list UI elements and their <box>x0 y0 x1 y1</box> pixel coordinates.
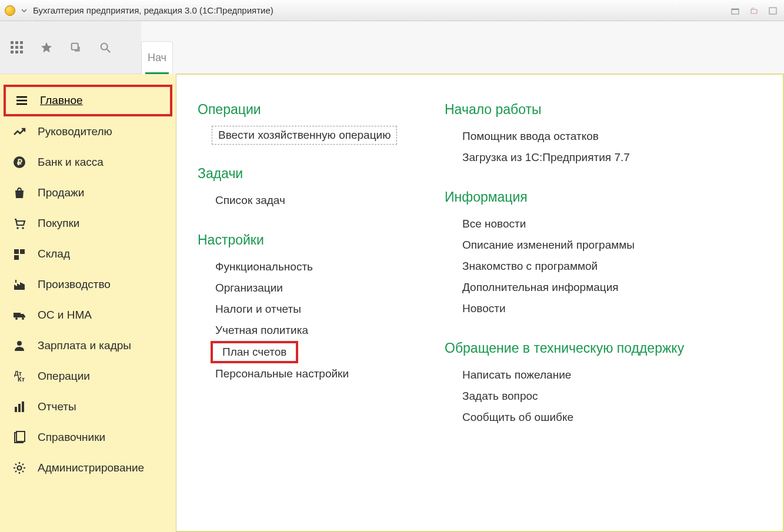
section-tasks: Задачи <box>198 166 409 182</box>
chart-line-icon <box>12 124 27 139</box>
section-operations: Операции <box>198 102 409 118</box>
svg-point-19 <box>15 317 18 320</box>
sidebar-item-label: Продажи <box>38 186 84 199</box>
svg-point-12 <box>16 227 19 229</box>
svg-rect-16 <box>14 255 19 260</box>
sidebar-item-label: Отчеты <box>38 400 76 413</box>
sidebar-item-label: Операции <box>38 370 90 383</box>
factory-icon <box>12 277 27 292</box>
link-enter-operation[interactable]: Ввести хозяйственную операцию <box>198 126 409 145</box>
sidebar-item-label: Руководителю <box>38 125 112 138</box>
gear-icon <box>12 460 27 476</box>
section-support: Обращение в техническую поддержку <box>445 340 684 356</box>
sidebar-item-main[interactable]: Главное <box>6 87 170 114</box>
link-personal-settings[interactable]: Персональные настройки <box>198 363 409 384</box>
sidebar-item-label: Зарплата и кадры <box>38 339 131 352</box>
tab-bar: Нач <box>141 21 784 74</box>
svg-point-13 <box>22 227 24 229</box>
link-report-bug[interactable]: Сообщить об ошибке <box>445 407 684 428</box>
sidebar-item-warehouse[interactable]: Склад <box>0 239 176 269</box>
search-icon[interactable] <box>99 41 112 54</box>
window-button-3[interactable] <box>766 4 779 17</box>
link-balance-assistant[interactable]: Помощник ввода остатков <box>445 126 684 147</box>
link-ask-question[interactable]: Задать вопрос <box>445 386 684 407</box>
window-button-1[interactable] <box>729 4 742 17</box>
sidebar-item-reference[interactable]: Справочники <box>0 422 176 453</box>
tab-home[interactable]: Нач <box>141 41 173 74</box>
svg-rect-26 <box>16 431 25 441</box>
bag-icon <box>12 185 27 200</box>
svg-point-21 <box>17 341 22 346</box>
link-write-wish[interactable]: Написать пожелание <box>445 364 684 386</box>
sidebar-item-bank[interactable]: ₽ Банк и касса <box>0 147 176 178</box>
star-icon[interactable] <box>40 41 53 54</box>
link-task-list[interactable]: Список задач <box>198 190 409 211</box>
sidebar-item-label: Покупки <box>38 217 79 230</box>
sidebar-item-admin[interactable]: Администрирование <box>0 453 176 483</box>
sidebar-item-label: Главное <box>40 94 83 107</box>
svg-rect-24 <box>22 401 24 412</box>
svg-point-20 <box>22 317 24 320</box>
sidebar-item-assets[interactable]: ОС и НМА <box>0 300 176 330</box>
section-information: Информация <box>445 189 684 205</box>
person-icon <box>12 338 27 353</box>
svg-point-5 <box>101 43 108 49</box>
link-all-news[interactable]: Все новости <box>445 213 684 235</box>
sidebar-item-label: Справочники <box>38 431 105 444</box>
app-logo-icon <box>5 5 15 16</box>
svg-text:₽: ₽ <box>17 158 22 167</box>
link-news[interactable]: Новости <box>445 298 684 319</box>
link-changelog[interactable]: Описание изменений программы <box>445 235 684 256</box>
ruble-icon: ₽ <box>12 155 27 170</box>
svg-rect-22 <box>15 407 17 412</box>
svg-line-6 <box>107 49 111 52</box>
section-settings: Настройки <box>198 232 409 248</box>
truck-icon <box>12 307 27 323</box>
link-taxes[interactable]: Налоги и отчеты <box>198 299 409 320</box>
sidebar-item-manager[interactable]: Руководителю <box>0 116 176 147</box>
sidebar-item-reports[interactable]: Отчеты <box>0 392 176 422</box>
link-accounting-policy[interactable]: Учетная политика <box>198 320 409 341</box>
highlight-box-main: Главное <box>4 85 172 116</box>
link-additional-info[interactable]: Дополнительная информация <box>445 277 684 298</box>
cart-icon <box>12 216 27 231</box>
svg-point-27 <box>18 466 22 470</box>
link-chart-of-accounts[interactable]: План счетов <box>198 341 409 363</box>
window-title: Бухгалтерия предприятия, редакция 3.0 (1… <box>33 5 273 15</box>
sidebar-item-label: Администрирование <box>38 461 144 474</box>
sidebar-item-label: Банк и касса <box>38 156 104 169</box>
link-functionality[interactable]: Функциональность <box>198 256 409 277</box>
link-icon[interactable] <box>69 41 82 54</box>
section-getting-started: Начало работы <box>445 102 684 118</box>
dtkt-icon: Дт Кт <box>12 369 27 384</box>
dropdown-icon[interactable] <box>21 8 27 14</box>
svg-rect-18 <box>14 313 21 317</box>
menu-icon <box>14 93 29 108</box>
sidebar-item-purchases[interactable]: Покупки <box>0 208 176 239</box>
svg-rect-23 <box>18 404 21 412</box>
svg-rect-17 <box>15 280 16 283</box>
sidebar-item-salary[interactable]: Зарплата и кадры <box>0 330 176 361</box>
sidebar-item-sales[interactable]: Продажи <box>0 178 176 208</box>
books-icon <box>12 430 27 445</box>
svg-rect-4 <box>72 43 78 49</box>
apps-grid-icon[interactable] <box>11 41 24 54</box>
top-toolbar <box>0 21 141 74</box>
link-organizations[interactable]: Организации <box>198 277 409 299</box>
window-titlebar: Бухгалтерия предприятия, редакция 3.0 (1… <box>0 0 784 21</box>
svg-rect-3 <box>769 8 776 14</box>
window-button-2[interactable] <box>748 4 760 17</box>
sidebar-item-label: Склад <box>38 247 70 260</box>
content-column-1: Операции Ввести хозяйственную операцию З… <box>198 96 409 519</box>
sidebar-item-production[interactable]: Производство <box>0 269 176 300</box>
sidebar-item-label: ОС и НМА <box>38 309 92 322</box>
sidebar-item-operations[interactable]: Дт Кт Операции <box>0 361 176 392</box>
highlight-box-plan: План счетов <box>211 341 298 363</box>
link-import-77[interactable]: Загрузка из 1С:Предприятия 7.7 <box>445 147 684 168</box>
boxes-icon <box>12 246 27 262</box>
tab-label: Нач <box>148 52 166 64</box>
sidebar-item-label: Производство <box>38 278 111 291</box>
content-column-2: Начало работы Помощник ввода остатков За… <box>445 96 684 519</box>
link-intro[interactable]: Знакомство с программой <box>445 256 684 277</box>
svg-rect-1 <box>732 9 739 10</box>
